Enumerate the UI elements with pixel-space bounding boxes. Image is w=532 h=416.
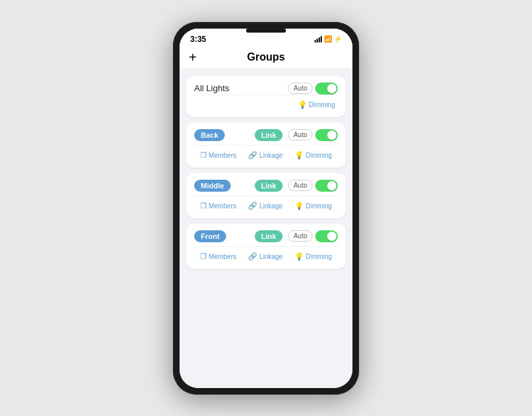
middle-linkage-icon: 🔗 xyxy=(248,202,257,210)
page-title: Groups xyxy=(247,51,285,63)
back-actions: ❐ Members 🔗 Linkage 💡 Dimming xyxy=(194,145,338,161)
back-members-label: Members xyxy=(209,152,237,159)
middle-group-controls: Link Auto xyxy=(255,180,338,192)
back-members-btn[interactable]: ❐ Members xyxy=(198,150,239,161)
back-dimming-icon: 💡 xyxy=(295,151,304,160)
middle-link-tag: Link xyxy=(255,180,283,192)
front-toggle[interactable] xyxy=(315,230,338,242)
linkage-icon: 🔗 xyxy=(248,151,257,160)
front-dimming-btn[interactable]: 💡 Dimming xyxy=(292,251,334,262)
signal-icon xyxy=(315,36,322,43)
all-lights-toggle[interactable] xyxy=(315,83,338,95)
front-linkage-label: Linkage xyxy=(259,253,283,260)
group-card-front: Front Link Auto ❐ Members 🔗 Linkage xyxy=(186,224,346,269)
middle-dimming-label: Dimming xyxy=(306,202,332,210)
all-lights-actions: 💡 Dimming xyxy=(194,95,338,110)
middle-members-label: Members xyxy=(209,202,237,210)
middle-linkage-label: Linkage xyxy=(259,202,283,210)
middle-actions: ❐ Members 🔗 Linkage 💡 Dimming xyxy=(194,196,338,212)
battery-icon: ⚡ xyxy=(334,35,342,43)
middle-dimming-icon: 💡 xyxy=(295,202,304,210)
front-linkage-icon: 🔗 xyxy=(248,252,257,261)
all-lights-dimming-btn[interactable]: 💡 Dimming xyxy=(295,99,338,110)
all-lights-row: All Lights Auto xyxy=(194,83,338,95)
group-card-middle: Middle Link Auto ❐ Members 🔗 Linkage xyxy=(186,173,346,218)
front-dimming-label: Dimming xyxy=(306,253,332,260)
back-dimming-label: Dimming xyxy=(306,152,332,159)
members-icon: ❐ xyxy=(200,151,207,160)
group-card-back: Back Link Auto ❐ Members 🔗 Linkage xyxy=(186,122,346,168)
middle-group-row: Middle Link Auto xyxy=(194,180,338,192)
phone-frame: 3:35 📶 ⚡ + Groups All Lights xyxy=(173,22,359,395)
middle-group-name: Middle xyxy=(194,180,231,192)
middle-members-btn[interactable]: ❐ Members xyxy=(198,200,239,212)
front-group-controls: Link Auto xyxy=(255,230,338,242)
front-actions: ❐ Members 🔗 Linkage 💡 Dimming xyxy=(194,246,338,262)
middle-dimming-btn[interactable]: 💡 Dimming xyxy=(292,200,334,212)
front-group-name: Front xyxy=(194,230,226,242)
middle-auto[interactable]: Auto xyxy=(288,180,313,191)
content-area: All Lights Auto 💡 Dimming Back xyxy=(180,69,352,388)
dimming-icon: 💡 xyxy=(298,101,307,109)
front-link-tag: Link xyxy=(255,230,283,242)
all-lights-card: All Lights Auto 💡 Dimming xyxy=(186,76,346,117)
middle-toggle[interactable] xyxy=(315,180,338,192)
front-members-btn[interactable]: ❐ Members xyxy=(198,251,239,262)
phone-notch xyxy=(246,29,286,33)
status-time: 3:35 xyxy=(190,35,206,44)
all-lights-name: All Lights xyxy=(194,83,229,93)
back-auto[interactable]: Auto xyxy=(288,129,313,140)
all-lights-auto[interactable]: Auto xyxy=(288,83,313,94)
back-linkage-label: Linkage xyxy=(259,152,283,159)
front-group-row: Front Link Auto xyxy=(194,230,338,242)
front-members-icon: ❐ xyxy=(200,252,207,261)
back-group-name: Back xyxy=(194,129,225,141)
back-group-controls: Link Auto xyxy=(255,129,338,141)
phone-screen: 3:35 📶 ⚡ + Groups All Lights xyxy=(180,29,352,388)
middle-members-icon: ❐ xyxy=(200,202,207,210)
front-members-label: Members xyxy=(209,253,237,260)
front-linkage-btn[interactable]: 🔗 Linkage xyxy=(245,251,285,262)
all-lights-controls: Auto xyxy=(288,83,338,95)
front-dimming-icon: 💡 xyxy=(295,252,304,261)
back-dimming-btn[interactable]: 💡 Dimming xyxy=(292,150,334,161)
middle-linkage-btn[interactable]: 🔗 Linkage xyxy=(245,200,285,212)
back-linkage-btn[interactable]: 🔗 Linkage xyxy=(245,150,285,161)
back-group-row: Back Link Auto xyxy=(194,129,338,141)
app-header: + Groups xyxy=(180,47,352,69)
back-toggle[interactable] xyxy=(315,129,338,141)
front-auto[interactable]: Auto xyxy=(288,230,313,242)
all-lights-dimming-label: Dimming xyxy=(309,101,335,108)
back-link-tag: Link xyxy=(255,129,283,141)
status-icons: 📶 ⚡ xyxy=(315,35,342,43)
add-button[interactable]: + xyxy=(189,51,197,64)
wifi-icon: 📶 xyxy=(324,35,332,43)
